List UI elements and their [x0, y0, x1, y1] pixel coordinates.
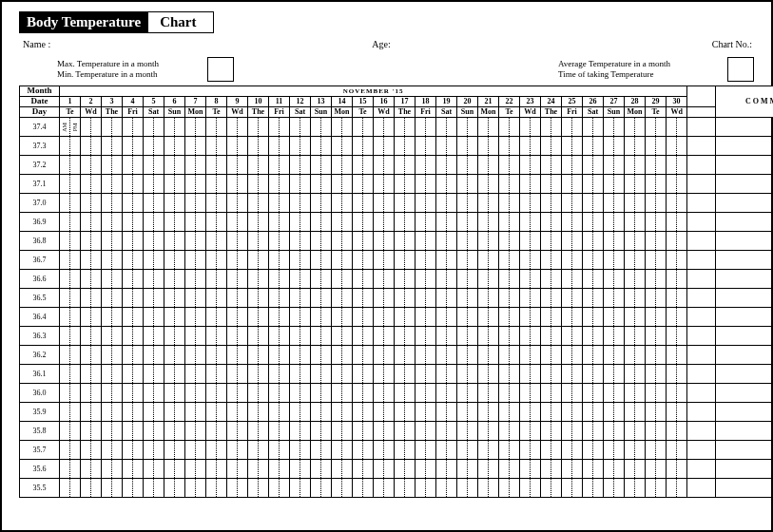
grid-cell [499, 117, 510, 136]
grid-cell [363, 269, 374, 288]
temperature-grid: Month NOVEMBER '15COMMENT Date 123456789… [19, 86, 773, 498]
grid-cell [478, 231, 489, 250]
grid-cell [551, 117, 562, 136]
grid-cell [405, 459, 415, 478]
comment-cell [716, 288, 773, 307]
grid-cell [196, 478, 206, 497]
grid-cell [91, 212, 102, 231]
grid-cell [269, 288, 280, 307]
grid-cell [164, 155, 175, 174]
grid-cell [280, 250, 290, 269]
grid-cell [363, 421, 374, 440]
grid-cell [206, 193, 217, 212]
grid-cell [583, 117, 593, 136]
grid-cell [227, 117, 238, 136]
grid-cell [91, 440, 102, 459]
max-temp-label: Max. Temperature in a month [57, 59, 200, 69]
grid-cell [342, 288, 353, 307]
grid-cell [635, 155, 646, 174]
grid-cell [342, 478, 353, 497]
grid-cell [185, 250, 196, 269]
date-header: 23 [520, 96, 541, 106]
grid-cell [436, 307, 447, 326]
temp-label: 36.4 [20, 307, 60, 326]
grid-cell [625, 193, 635, 212]
grid-cell [353, 193, 363, 212]
grid-cell [164, 478, 175, 497]
comment-cell [716, 231, 773, 250]
grid-cell [133, 117, 144, 136]
grid-cell [81, 307, 91, 326]
grid-cell [185, 307, 196, 326]
grid-cell [499, 421, 510, 440]
grid-cell [144, 345, 154, 364]
grid-cell [635, 269, 646, 288]
grid-cell [259, 193, 269, 212]
grid-cell [227, 478, 238, 497]
grid-cell [405, 478, 415, 497]
grid-cell [457, 136, 468, 155]
grid-cell [510, 231, 520, 250]
grid-cell [164, 383, 175, 402]
grid-cell [384, 155, 395, 174]
grid-cell [646, 307, 656, 326]
grid-cell [572, 250, 583, 269]
grid-cell [489, 288, 499, 307]
grid-cell [656, 459, 667, 478]
grid-cell [436, 364, 447, 383]
grid-cell [625, 231, 635, 250]
grid-cell [238, 478, 248, 497]
comment-cell [716, 345, 773, 364]
grid-row: 37.2 [20, 155, 774, 174]
temp-label: 36.3 [20, 326, 60, 345]
grid-cell [447, 402, 457, 421]
grid-cell [604, 288, 614, 307]
grid-cell [164, 421, 175, 440]
grid-cell [112, 117, 123, 136]
comment-cell [716, 383, 773, 402]
date-header: 25 [562, 96, 583, 106]
grid-cell [154, 421, 164, 440]
grid-cell [217, 250, 227, 269]
grid-cell [175, 421, 185, 440]
grid-cell [635, 345, 646, 364]
grid-cell [562, 459, 572, 478]
grid-cell [677, 231, 687, 250]
grid-cell [321, 326, 332, 345]
grid-cell [656, 345, 667, 364]
grid-cell [196, 155, 206, 174]
grid-cell [290, 288, 300, 307]
grid-cell [123, 269, 133, 288]
grid-cell [363, 136, 374, 155]
grid-cell [457, 326, 468, 345]
grid-cell [656, 402, 667, 421]
date-header: 21 [478, 96, 499, 106]
grid-cell [238, 326, 248, 345]
grid-cell [60, 212, 70, 231]
grid-cell [583, 174, 593, 193]
grid-cell [280, 478, 290, 497]
grid-cell [604, 174, 614, 193]
grid-cell [667, 421, 677, 440]
grid-cell [60, 478, 70, 497]
day-header: Te [353, 106, 374, 117]
grid-cell [70, 136, 81, 155]
grid-cell [635, 117, 646, 136]
grid-cell [259, 117, 269, 136]
grid-cell [154, 326, 164, 345]
grid-cell [123, 231, 133, 250]
grid-cell [468, 193, 478, 212]
grid-cell [667, 478, 677, 497]
grid-cell [332, 288, 342, 307]
grid-cell [342, 364, 353, 383]
grid-cell [164, 288, 175, 307]
grid-cell [593, 193, 604, 212]
grid-cell [468, 269, 478, 288]
grid-cell [625, 136, 635, 155]
grid-cell [248, 440, 259, 459]
grid-cell [415, 231, 426, 250]
grid-cell [227, 440, 238, 459]
grid-cell [415, 402, 426, 421]
grid-cell [677, 478, 687, 497]
grid-cell [185, 155, 196, 174]
